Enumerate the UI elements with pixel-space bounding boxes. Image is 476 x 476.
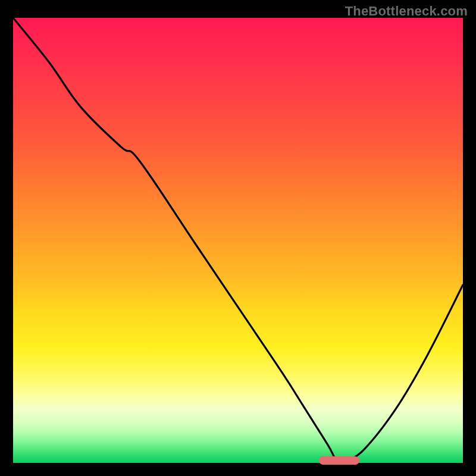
watermark-text: TheBottleneck.com bbox=[345, 4, 468, 19]
curve-layer bbox=[13, 18, 463, 463]
bottleneck-curve bbox=[13, 18, 463, 462]
plot-area bbox=[13, 18, 463, 463]
optimal-range-marker bbox=[319, 456, 359, 465]
chart-frame: TheBottleneck.com bbox=[0, 0, 476, 476]
